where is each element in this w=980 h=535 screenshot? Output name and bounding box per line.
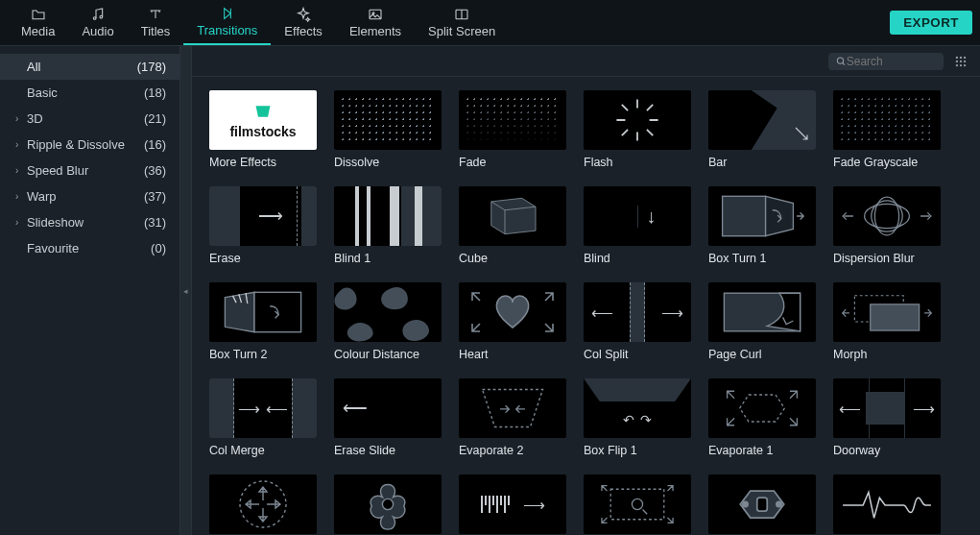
transition-card[interactable]: ⟵Erase Slide — [334, 378, 442, 457]
sidebar-item-count: (37) — [144, 189, 166, 204]
export-button[interactable]: EXPORT — [890, 11, 972, 35]
tab-label: Titles — [141, 24, 171, 38]
transition-card[interactable]: Cube — [459, 186, 566, 265]
svg-point-10 — [960, 60, 962, 61]
transition-name: Evaporate 2 — [459, 444, 566, 457]
tab-audio[interactable]: Audio — [68, 0, 127, 45]
transition-card[interactable]: Colour Distance — [334, 282, 442, 361]
tab-titles[interactable]: Titles — [128, 0, 184, 45]
transition-thumbnail — [459, 90, 566, 150]
transition-card[interactable] — [708, 474, 816, 534]
grid-view-toggle[interactable] — [951, 52, 970, 71]
transition-card[interactable]: ↓Blind — [584, 186, 691, 265]
transition-thumbnail: filmstocks — [209, 90, 317, 150]
sparkle-icon — [296, 7, 311, 22]
transition-card[interactable]: ⟶Erase — [209, 186, 317, 265]
sidebar-item-label: Basic — [27, 85, 58, 100]
transition-card[interactable]: Fade Grayscale — [833, 90, 941, 169]
sidebar-item-speed-blur[interactable]: ›Speed Blur(36) — [0, 158, 179, 183]
svg-rect-22 — [871, 304, 920, 330]
transition-name: Erase Slide — [334, 444, 442, 457]
sidebar-item-3d[interactable]: ›3D(21) — [0, 106, 179, 132]
transition-thumbnail — [584, 474, 691, 534]
sidebar-item-slideshow[interactable]: ›Slideshow(31) — [0, 209, 179, 235]
tab-label: Media — [21, 24, 55, 38]
chevron-right-icon: › — [15, 113, 23, 124]
sidebar-item-label: All — [27, 60, 40, 74]
sidebar-item-count: (0) — [151, 241, 166, 255]
splitscreen-icon — [454, 7, 469, 22]
transition-card[interactable]: Blind 1 — [334, 186, 442, 265]
sidebar-item-favourite[interactable]: Favourite(0) — [0, 235, 179, 261]
tab-elements[interactable]: Elements — [336, 0, 415, 45]
transition-icon — [220, 6, 235, 21]
transition-card[interactable]: Box Turn 1 — [708, 186, 816, 265]
tab-transitions[interactable]: Transitions — [183, 0, 271, 45]
chevron-right-icon: › — [15, 217, 23, 228]
transition-name: Heart — [459, 348, 566, 361]
svg-point-5 — [837, 57, 843, 62]
transition-thumbnail — [334, 90, 442, 150]
transition-card[interactable] — [334, 474, 442, 534]
transition-card[interactable]: ↶↷Box Flip 1 — [584, 378, 691, 457]
transition-card[interactable]: Box Turn 2 — [209, 282, 317, 361]
transition-thumbnail — [833, 282, 941, 342]
transition-card[interactable]: ⟵⟶Col Split — [584, 282, 691, 361]
transition-name: Cube — [459, 252, 566, 265]
search-input[interactable] — [847, 55, 936, 68]
category-sidebar: All(178)Basic(18)›3D(21)›Ripple & Dissol… — [0, 46, 180, 535]
transition-card[interactable]: Evaporate 2 — [459, 378, 566, 457]
transition-thumbnail — [708, 378, 816, 438]
transition-thumbnail — [833, 474, 941, 534]
sidebar-item-warp[interactable]: ›Warp(37) — [0, 183, 179, 209]
svg-rect-25 — [610, 489, 664, 519]
transition-card[interactable]: Evaporate 1 — [708, 378, 816, 457]
transition-card[interactable]: Bar — [708, 90, 816, 169]
transition-card[interactable]: Page Curl — [708, 282, 816, 361]
tab-media[interactable]: Media — [8, 0, 68, 45]
svg-point-7 — [960, 56, 962, 58]
sidebar-item-all[interactable]: All(178) — [0, 54, 179, 80]
tab-label: Split Screen — [428, 24, 495, 38]
transition-card[interactable] — [584, 474, 691, 534]
search-icon — [836, 56, 847, 67]
transition-thumbnail — [459, 282, 566, 342]
chevron-right-icon: › — [15, 191, 23, 202]
transition-card[interactable]: filmstocksMore Effects — [209, 90, 317, 169]
transition-card[interactable]: ⟶ — [459, 474, 566, 534]
transition-thumbnail: ⟵⟶ — [833, 378, 941, 438]
transition-card[interactable]: Morph — [833, 282, 941, 361]
transition-card[interactable] — [209, 474, 317, 534]
sidebar-item-count: (31) — [144, 215, 166, 230]
tab-label: Transitions — [197, 23, 257, 37]
transition-name: Colour Distance — [334, 348, 442, 361]
sidebar-item-count: (178) — [137, 60, 166, 74]
svg-point-14 — [964, 63, 966, 65]
transition-thumbnail — [584, 90, 691, 150]
transition-card[interactable]: Dissolve — [334, 90, 442, 169]
tab-effects[interactable]: Effects — [271, 0, 336, 45]
svg-point-13 — [960, 63, 962, 65]
sidebar-item-count: (36) — [144, 163, 166, 178]
tab-split-screen[interactable]: Split Screen — [415, 0, 509, 45]
sidebar-item-basic[interactable]: Basic(18) — [0, 80, 179, 106]
transition-card[interactable]: Fade — [459, 90, 566, 169]
svg-point-24 — [382, 499, 393, 509]
transition-thumbnail: ↶↷ — [584, 378, 691, 438]
sidebar-item-ripple-dissolve[interactable]: ›Ripple & Dissolve(16) — [0, 132, 179, 158]
transition-card[interactable]: ⟶⟵Col Merge — [209, 378, 317, 457]
transition-card[interactable]: ⟵⟶Doorway — [833, 378, 941, 457]
transition-thumbnail — [334, 282, 442, 342]
transition-card[interactable] — [833, 474, 941, 534]
transition-thumbnail — [708, 90, 816, 150]
tab-label: Effects — [284, 24, 323, 38]
transitions-scroll[interactable]: filmstocksMore EffectsDissolveFadeFlashB… — [192, 77, 980, 535]
transition-card[interactable]: Flash — [584, 90, 691, 169]
sidebar-collapse-handle[interactable]: ◂ — [180, 46, 192, 535]
transition-card[interactable]: Dispersion Blur — [833, 186, 941, 265]
search-input-wrap[interactable] — [828, 53, 944, 70]
transition-card[interactable]: Heart — [459, 282, 566, 361]
svg-point-29 — [777, 501, 781, 506]
svg-point-26 — [632, 499, 642, 509]
svg-point-0 — [93, 17, 96, 20]
